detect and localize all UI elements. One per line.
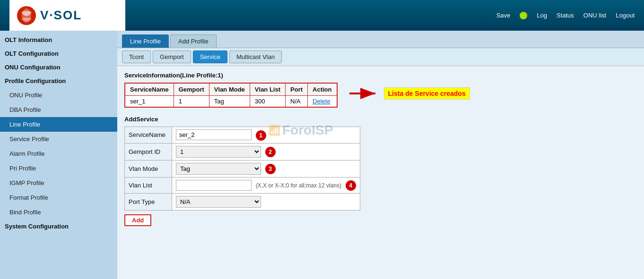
gemport-id-select[interactable]: 123 xyxy=(176,146,261,158)
top-tab-bar: Line ProfileAdd Profile xyxy=(117,31,644,48)
content-area: 📶 ForoISP ServiceInformation(Line Profil… xyxy=(117,66,644,232)
logo-text: V·SOL xyxy=(40,8,82,23)
sidebar-item-olt-configuration: OLT Configuration xyxy=(0,47,117,60)
sidebar-item-line-profile[interactable]: Line Profile xyxy=(0,117,117,132)
sidebar-item-olt-information: OLT Information xyxy=(0,33,117,47)
form-row-gemport: Gemport ID 123 2 xyxy=(125,143,360,160)
vlan-mode-select[interactable]: TagTransparentTranslation xyxy=(176,163,261,175)
form-row-service-name: ServiceName 1 xyxy=(125,127,360,144)
sidebar-item-alarm-profile[interactable]: Alarm Profile xyxy=(0,146,117,161)
label-gemport-id: Gemport ID xyxy=(125,143,172,160)
annotation-label: Lista de Service creados xyxy=(384,87,470,100)
arrow-icon xyxy=(347,86,380,101)
delete-link[interactable]: Delete xyxy=(313,98,331,105)
badge-1: 1 xyxy=(256,130,266,141)
label-vlan-mode: Vlan Mode xyxy=(125,160,172,177)
sub-tab-service[interactable]: Service xyxy=(193,51,227,63)
annotation-container: Lista de Service creados xyxy=(347,86,470,101)
sidebar-item-system-configuration: System Configuration xyxy=(0,220,117,233)
cell-service-name-input: 1 xyxy=(172,127,360,144)
port-type-select[interactable]: N/APOTSETH xyxy=(176,196,261,208)
badge-4: 4 xyxy=(346,180,356,191)
sidebar-item-service-profile[interactable]: Service Profile xyxy=(0,132,117,146)
cell-port-type-select: N/APOTSETH xyxy=(172,194,360,211)
cell-service-name: ser_1 xyxy=(125,96,174,108)
vlan-list-hint: (X,X or X-X;0 for all;max 12 vlans) xyxy=(253,182,341,189)
sidebar-item-onu-configuration: ONU Configuration xyxy=(0,60,117,74)
sidebar-item-profile-configuration: Profile Configuration xyxy=(0,74,117,88)
vsol-logo-icon xyxy=(17,6,36,25)
cell-port: N/A xyxy=(286,96,308,108)
cell-vlan-list: 300 xyxy=(250,96,285,108)
cell-vlan-mode: Tag xyxy=(209,96,250,108)
form-row-vlan-list: Vlan List (X,X or X-X;0 for all;max 12 v… xyxy=(125,177,360,194)
logo-area: V·SOL xyxy=(9,0,125,31)
col-header-gemport: Gemport xyxy=(174,83,209,96)
service-table-body: ser_1 1 Tag 300 N/A Delete xyxy=(125,96,337,108)
main-content: Line ProfileAdd Profile TcontGemportServ… xyxy=(117,31,644,279)
header-right: Save Log Status ONU list Logout xyxy=(125,12,635,19)
col-header-action: Action xyxy=(308,83,337,96)
form-row-vlan-mode: Vlan Mode TagTransparentTranslation 3 xyxy=(125,160,360,177)
service-table-head: ServiceNameGemportVlan ModeVlan ListPort… xyxy=(125,83,337,96)
service-table-container: ServiceNameGemportVlan ModeVlan ListPort… xyxy=(124,83,338,110)
service-name-input[interactable] xyxy=(176,129,252,140)
add-service-title: AddService xyxy=(124,116,637,123)
tab-line-profile[interactable]: Line Profile xyxy=(122,34,169,48)
label-port-type: Port Type xyxy=(125,194,172,211)
sidebar-item-igmp-profile[interactable]: IGMP Profile xyxy=(0,176,117,190)
logout-link[interactable]: Logout xyxy=(616,12,635,19)
col-header-servicename: ServiceName xyxy=(125,83,174,96)
col-header-vlan-mode: Vlan Mode xyxy=(209,83,250,96)
status-indicator xyxy=(520,12,527,19)
sub-tab-multicast-vlan[interactable]: Multicast Vlan xyxy=(229,51,282,63)
vlan-list-input[interactable] xyxy=(176,180,252,191)
sidebar-item-bind-profile[interactable]: Bind Profile xyxy=(0,205,117,220)
log-link[interactable]: Log xyxy=(537,12,547,19)
cell-gemport: 1 xyxy=(174,96,209,108)
cell-vlan-list-input: (X,X or X-X;0 for all;max 12 vlans) 4 xyxy=(172,177,360,194)
cell-action: Delete xyxy=(308,96,337,108)
header: V·SOL Save Log Status ONU list Logout xyxy=(0,0,644,31)
cell-gemport-select: 123 2 xyxy=(172,143,360,160)
onu-list-link[interactable]: ONU list xyxy=(583,12,606,19)
layout: OLT InformationOLT ConfigurationONU Conf… xyxy=(0,31,644,279)
sidebar-item-onu-profile[interactable]: ONU Profile xyxy=(0,88,117,102)
cell-vlan-mode-select: TagTransparentTranslation 3 xyxy=(172,160,360,177)
badge-2: 2 xyxy=(265,147,276,157)
sub-tab-gemport[interactable]: Gemport xyxy=(153,51,191,63)
tab-add-profile[interactable]: Add Profile xyxy=(170,34,217,48)
sidebar-item-dba-profile[interactable]: DBA Profile xyxy=(0,102,117,117)
service-table: ServiceNameGemportVlan ModeVlan ListPort… xyxy=(124,83,338,108)
service-info-title: ServiceInformation(Line Profile:1) xyxy=(124,72,637,79)
label-vlan-list: Vlan List xyxy=(125,177,172,194)
badge-3: 3 xyxy=(265,164,276,174)
table-row: ser_1 1 Tag 300 N/A Delete xyxy=(125,96,337,108)
sidebar-item-format-profile[interactable]: Format Profile xyxy=(0,190,117,205)
col-header-port: Port xyxy=(286,83,308,96)
save-label: Save xyxy=(496,12,511,19)
add-service-section: AddService ServiceName 1 xyxy=(124,116,637,226)
form-row-port-type: Port Type N/APOTSETH xyxy=(125,194,360,211)
add-button[interactable]: Add xyxy=(124,214,151,226)
sidebar-item-pri-profile[interactable]: Pri Profile xyxy=(0,161,117,176)
sidebar: OLT InformationOLT ConfigurationONU Conf… xyxy=(0,31,117,279)
add-service-form: ServiceName 1 Gemport ID 123 xyxy=(124,127,360,211)
label-service-name: ServiceName xyxy=(125,127,172,144)
col-header-vlan-list: Vlan List xyxy=(250,83,285,96)
status-link[interactable]: Status xyxy=(557,12,574,19)
sub-tab-bar: TcontGemportServiceMulticast Vlan xyxy=(117,48,644,66)
sub-tab-tcont[interactable]: Tcont xyxy=(122,51,151,63)
